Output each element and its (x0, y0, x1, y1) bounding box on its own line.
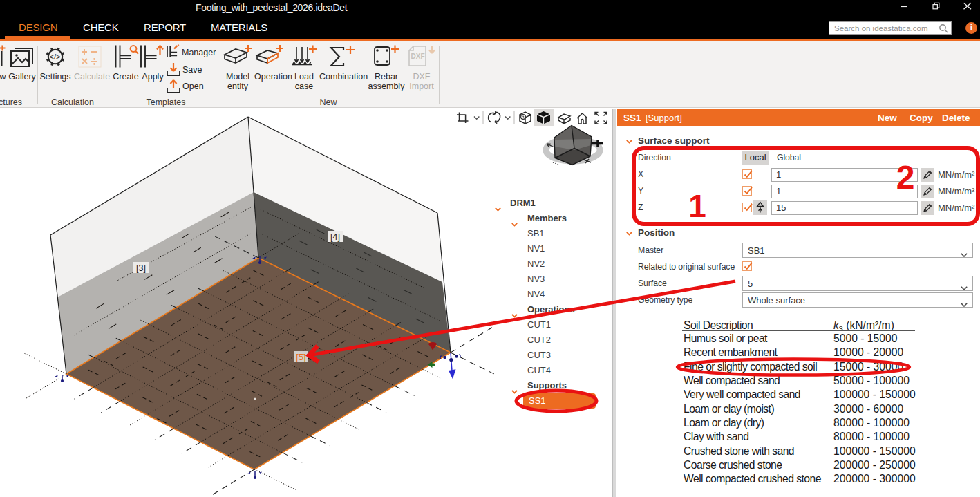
svg-text:[4]: [4] (330, 232, 340, 242)
svg-text:[3]: [3] (136, 263, 146, 273)
svg-text:</>: </> (50, 53, 61, 61)
svg-text:[5]: [5] (296, 352, 305, 362)
svg-text:DXF: DXF (411, 53, 425, 60)
